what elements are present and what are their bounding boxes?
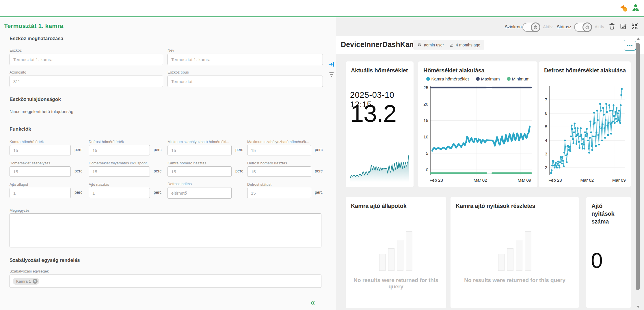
svg-text:7: 7 [545,97,547,102]
field-label: Eszköz [10,48,163,52]
field-label: Ajtó állapot [10,182,71,187]
svg-text:4: 4 [545,138,547,143]
szinkron-label: Szinkron [505,24,522,29]
svg-text:10: 10 [423,134,428,139]
delete-icon[interactable] [608,22,616,30]
card-title: Defrost hőmérséklet alakulása [544,67,626,74]
func-field-8: Ajtó állapot [10,182,71,198]
field-label: Defrost hőmérő riasztás [247,161,311,165]
regulation-units-field[interactable]: Kamra 1 ✕ [10,275,321,288]
note-textarea[interactable] [10,213,321,247]
svg-text:5: 5 [426,151,428,156]
nev-input[interactable] [167,54,323,65]
field-label: Kamra hőmérő riasztás [167,161,232,165]
szinkron-toggle[interactable] [522,23,540,32]
power-knob-icon [531,22,540,32]
no-results-message: No results were returned for this query [346,277,446,290]
unit-label: perc [235,147,243,152]
svg-text:20: 20 [423,102,428,106]
func-input-6[interactable] [167,166,232,177]
legend-item-minimum[interactable]: Minimum [507,76,530,81]
door-details-card: Kamra ajtó nyitások részletes No results… [451,197,579,308]
field-label: Eszköz típus [167,70,323,74]
scrollbar-up-arrow[interactable] [637,37,640,40]
payments-icon[interactable] [617,4,628,12]
scrollbar-thumb[interactable] [636,43,640,290]
section-device-title: Eszköz meghatározása [10,36,63,42]
unit-label: perc [154,147,161,152]
func-input-7[interactable] [247,166,311,177]
current-temperature-card: Aktuális hőmérséklet 2025-03-10 12:15 13… [346,61,414,187]
func-field-11: Defrost státust [247,182,311,198]
svg-text:3: 3 [545,151,547,156]
func-input-0[interactable] [10,145,71,155]
legend-dot [476,77,480,81]
eszkoz-input[interactable] [10,54,163,65]
func-input-5[interactable] [89,166,150,177]
temperature-sparkline [350,153,409,182]
unit-label: perc [315,147,323,152]
field-eszkoz-tipus: Eszköz típus [167,70,323,87]
func-input-2[interactable] [167,145,232,155]
statusz-toggle[interactable] [574,23,592,32]
top-bar [0,0,644,16]
statusz-label: Státusz [557,24,571,29]
field-label: Minimum szabályozható hőmérsékl... [167,140,232,144]
edit-icon[interactable] [619,22,627,30]
dashboard-title: DeviceInnerDashKamra [341,40,423,49]
defrost-history-card: Defrost hőmérséklet alakulása 234567Feb … [539,61,631,187]
func-input-11[interactable] [247,188,311,198]
door-states-card: Kamra ajtó állapotok No results were ret… [346,197,446,308]
unit-label: perc [75,147,82,152]
page-title: Termosztát 1. kamra [4,22,63,29]
svg-text:Mar 02: Mar 02 [474,178,487,183]
func-field-0: Kamra hőmérő érték [10,140,71,155]
func-input-4[interactable] [10,166,71,177]
legend-item-maximum[interactable]: Maximum [476,76,500,81]
collapse-window-icon[interactable] [631,22,639,30]
section-functions-title: Funkciók [10,126,31,132]
func-input-10[interactable] [167,187,232,199]
card-title: Hőmérséklet alakulása [423,67,484,74]
app-root: Termosztát 1. kamra Szinkron Aktív Státu… [0,0,644,310]
legend-dot [426,77,430,81]
eszkoz-tipus-input[interactable] [167,76,323,87]
field-label: Ajtó riasztás [89,182,150,187]
func-field-10: Defrost indítás [167,182,232,199]
svg-text:2: 2 [545,165,547,170]
svg-text:25: 25 [423,85,428,90]
svg-text:Feb 23: Feb 23 [548,178,562,183]
legend-item-kamra[interactable]: Kamra hőmérséklet [426,76,469,81]
note-label: Megjegyzés [10,208,29,213]
user-icon [417,43,422,47]
dashboard-more-button[interactable] [624,40,636,51]
func-field-4: Hőmérséklet szabályzás [10,161,71,177]
dashboard-meta-pill[interactable]: admin user 4 months ago [413,40,484,50]
expand-panel-arrow-icon[interactable] [328,61,335,67]
field-label: Defrost státust [247,182,311,187]
chip-remove-icon[interactable]: ✕ [33,279,38,284]
svg-text:5: 5 [545,124,547,129]
unit-label: perc [235,169,243,173]
func-input-1[interactable] [89,145,150,155]
unit-label: perc [75,190,82,195]
filter-icon[interactable] [328,71,335,78]
regulation-units-label: Szabályozási egységek [10,269,49,273]
chart-legend: Kamra hőmérséklet Maximum Minimum [418,76,537,81]
scrollbar-down-arrow[interactable] [637,306,640,308]
card-title: Kamra ajtó nyitások részletes [456,202,535,210]
collapse-form-chevrons[interactable]: « [310,298,315,307]
func-input-3[interactable] [247,145,311,155]
admin-person-icon[interactable] [632,3,640,12]
unit-label: perc [154,169,161,173]
unit-label: perc [75,169,82,173]
field-azonosito: Azonosító [10,70,163,87]
unit-label: perc [154,190,161,195]
field-label: Defrost indítás [167,182,232,186]
func-field-2: Minimum szabályozható hőmérsékl... [167,140,232,155]
func-input-8[interactable] [10,188,71,198]
func-input-9[interactable] [89,188,150,198]
dashboard-header: DeviceInnerDashKamra admin user 4 months… [336,36,644,54]
func-field-7: Defrost hőmérő riasztás [247,161,311,177]
azonosito-input[interactable] [10,76,163,87]
